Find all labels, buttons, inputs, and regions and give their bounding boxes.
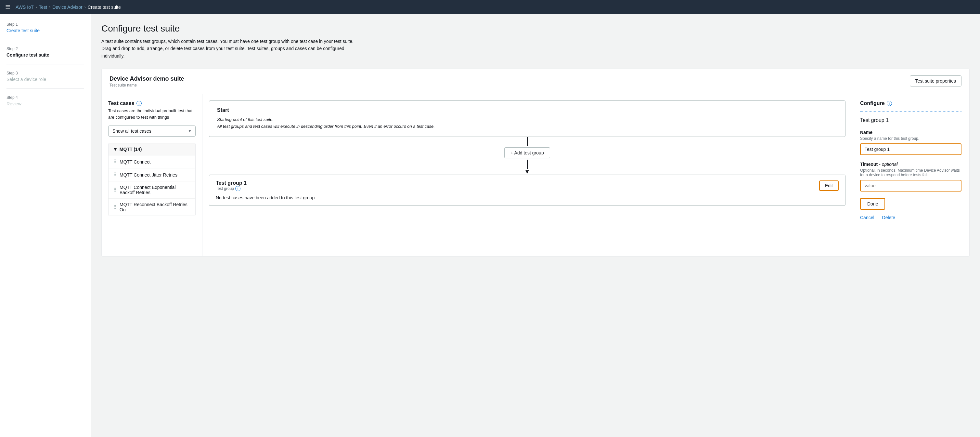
drag-handle-icon: ⠿ — [113, 172, 117, 178]
breadcrumb-current: Create test suite — [88, 5, 121, 10]
step-3-number: Step 3 — [6, 71, 84, 75]
top-navigation: ☰ AWS IoT › Test › Device Advisor › Crea… — [0, 0, 980, 14]
timeout-optional-text: - optional — [879, 162, 898, 167]
suite-name: Device Advisor demo suite — [110, 75, 184, 82]
test-item-label: MQTT Reconnect Backoff Retries On — [119, 202, 191, 212]
name-field-label: Name — [860, 130, 961, 135]
timeout-field-input[interactable] — [860, 180, 961, 191]
start-desc-line2: All test groups and test cases will exec… — [217, 124, 435, 129]
start-title: Start — [217, 107, 837, 113]
test-cases-title-text: Test cases — [108, 100, 135, 106]
test-cases-filter-wrapper: Show all test cases ▼ — [108, 126, 196, 137]
drag-handle-icon: ⠿ — [113, 187, 117, 193]
configure-title-text: Configure — [860, 100, 885, 106]
start-desc-line1: Starting point of this test suite. — [217, 117, 274, 122]
configure-info-icon[interactable]: i — [887, 101, 892, 106]
breadcrumb-sep-2: › — [49, 5, 50, 10]
test-item-mqtt-jitter[interactable]: ⠿ MQTT Connect Jitter Retries — [108, 168, 195, 182]
test-group-1-title-group: Test group 1 Test group i — [216, 180, 247, 191]
test-cases-description: Test cases are the individual prebuilt t… — [108, 108, 196, 120]
test-group-label-text: Test group — [216, 186, 234, 191]
suite-name-group: Device Advisor demo suite Test suite nam… — [110, 75, 184, 88]
step-4-number: Step 4 — [6, 95, 84, 100]
sidebar: Step 1 Create test suite Step 2 Configur… — [0, 14, 91, 437]
mqtt-collapse-icon: ▼ — [113, 147, 118, 152]
hamburger-menu-icon[interactable]: ☰ — [5, 3, 10, 11]
page-title: Configure test suite — [101, 24, 970, 34]
timeout-field-group: Timeout - optional Optional, in seconds.… — [860, 162, 961, 191]
edit-test-group-button[interactable]: Edit — [819, 180, 838, 191]
three-col-layout: Test cases i Test cases are the individu… — [101, 94, 970, 257]
sidebar-step-3: Step 3 Select a device role — [6, 71, 84, 89]
test-cases-column: Test cases i Test cases are the individu… — [102, 94, 202, 256]
breadcrumb-aws-iot[interactable]: AWS IoT — [16, 5, 34, 10]
flow-arrow-down-icon: ▼ — [525, 169, 530, 175]
done-button-wrapper: Done — [860, 198, 961, 215]
flow-line-bottom — [527, 159, 528, 169]
flow-connector-1: + Add test group ▼ — [209, 137, 845, 175]
step-1-number: Step 1 — [6, 22, 84, 27]
mqtt-group-label: MQTT (14) — [119, 147, 142, 152]
sidebar-step-4-label: Review — [6, 101, 84, 106]
sidebar-step-1: Step 1 Create test suite — [6, 22, 84, 40]
timeout-description: Optional, in seconds. Maximum time Devic… — [860, 168, 961, 177]
breadcrumb-test[interactable]: Test — [39, 5, 48, 10]
timeout-field-label: Timeout - optional — [860, 162, 961, 167]
test-item-mqtt-connect[interactable]: ⠿ MQTT Connect — [108, 155, 195, 168]
test-item-label: MQTT Connect Jitter Retries — [119, 172, 177, 177]
sidebar-step-3-label: Select a device role — [6, 77, 84, 82]
test-cases-info-icon[interactable]: i — [137, 101, 142, 106]
breadcrumb: AWS IoT › Test › Device Advisor › Create… — [16, 5, 121, 10]
flow-diagram-column: Start Starting point of this test suite.… — [202, 94, 852, 256]
add-test-group-button[interactable]: + Add test group — [504, 147, 550, 158]
step-2-number: Step 2 — [6, 46, 84, 51]
name-field-input[interactable] — [860, 144, 961, 155]
suite-properties-button[interactable]: Test suite properties — [910, 75, 961, 86]
test-item-label: MQTT Connect Exponential Backoff Retries — [119, 185, 191, 195]
cancel-link[interactable]: Cancel — [860, 215, 874, 220]
mqtt-group-header[interactable]: ▼ MQTT (14) — [108, 144, 195, 155]
action-row: Cancel Delete — [860, 215, 961, 220]
delete-link[interactable]: Delete — [882, 215, 895, 220]
configure-group-name: Test group 1 — [860, 117, 961, 123]
breadcrumb-sep-1: › — [36, 5, 37, 10]
drag-handle-icon: ⠿ — [113, 159, 117, 165]
sidebar-step-2: Step 2 Configure test suite — [6, 46, 84, 64]
test-group-info-icon[interactable]: i — [235, 186, 240, 191]
breadcrumb-device-advisor[interactable]: Device Advisor — [52, 5, 83, 10]
test-cases-title: Test cases i — [108, 100, 196, 106]
no-test-cases-message: No test cases have been added to this te… — [216, 195, 838, 200]
mqtt-test-group: ▼ MQTT (14) ⠿ MQTT Connect ⠿ MQTT Connec… — [108, 143, 196, 216]
test-item-mqtt-reconnect[interactable]: ⠿ MQTT Reconnect Backoff Retries On — [108, 199, 195, 215]
configure-column: Configure i Test group 1 Name Specify a … — [852, 94, 969, 256]
breadcrumb-sep-3: › — [84, 5, 86, 10]
sidebar-step-2-label: Configure test suite — [6, 53, 84, 57]
test-group-1-label: Test group i — [216, 186, 247, 191]
test-group-1-header: Test group 1 Test group i Edit — [216, 180, 838, 191]
start-description: Starting point of this test suite. All t… — [217, 116, 837, 130]
drag-handle-icon: ⠿ — [113, 204, 117, 211]
page-description: A test suite contains test groups, which… — [101, 38, 355, 59]
test-group-1-box: Test group 1 Test group i Edit No test c… — [209, 175, 845, 206]
test-item-label: MQTT Connect — [119, 159, 150, 164]
main-content: Configure test suite A test suite contai… — [91, 14, 980, 437]
name-field-group: Name Specify a name for this test group. — [860, 130, 961, 155]
sidebar-step-1-link[interactable]: Create test suite — [6, 28, 40, 33]
name-field-sublabel: Specify a name for this test group. — [860, 136, 961, 141]
configure-title: Configure i — [860, 100, 961, 106]
start-box: Start Starting point of this test suite.… — [209, 100, 845, 137]
sidebar-step-4: Step 4 Review — [6, 95, 84, 113]
timeout-label-text: Timeout — [860, 162, 878, 167]
flow-line-top — [527, 137, 528, 146]
suite-label: Test suite name — [110, 83, 184, 88]
configure-header: Configure i — [860, 100, 961, 112]
suite-header: Device Advisor demo suite Test suite nam… — [101, 69, 970, 94]
done-button[interactable]: Done — [860, 198, 885, 210]
test-item-mqtt-exponential[interactable]: ⠿ MQTT Connect Exponential Backoff Retri… — [108, 182, 195, 199]
test-group-1-title: Test group 1 — [216, 180, 247, 186]
test-cases-filter-dropdown[interactable]: Show all test cases — [108, 126, 196, 137]
